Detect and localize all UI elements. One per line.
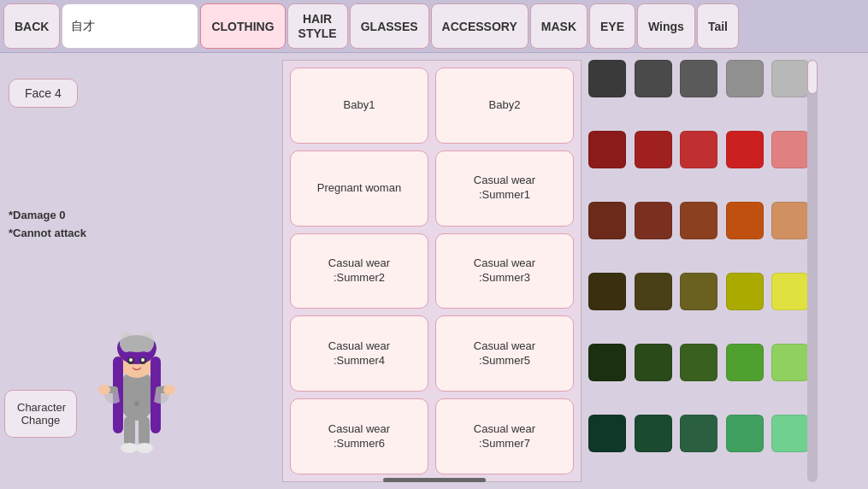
svg-point-9 — [120, 335, 154, 352]
clothing-panel: Baby1 Baby2 Pregnant woman Casual wear:S… — [282, 60, 582, 482]
svg-point-16 — [121, 443, 138, 453]
color-swatch-0[interactable] — [588, 60, 626, 97]
color-swatch-16[interactable] — [635, 273, 672, 310]
color-swatch-8[interactable] — [726, 131, 764, 168]
svg-point-17 — [136, 443, 153, 453]
tab-hairstyle[interactable]: HAIRSTYLE — [287, 3, 348, 49]
top-bar: BACK CLOTHING HAIRSTYLE GLASSES ACCESSOR… — [0, 0, 868, 53]
character-svg — [86, 301, 188, 472]
color-swatch-6[interactable] — [635, 131, 672, 168]
tab-accessory[interactable]: ACCESSORY — [431, 3, 528, 49]
color-swatch-4[interactable] — [771, 60, 809, 97]
color-swatch-18[interactable] — [726, 273, 764, 310]
color-swatch-5[interactable] — [588, 131, 626, 168]
color-swatch-1[interactable] — [635, 60, 672, 97]
color-swatch-20[interactable] — [588, 344, 626, 381]
scrollbar-track[interactable] — [807, 60, 818, 482]
clothing-item-summer7[interactable]: Casual wear:Summer7 — [435, 398, 574, 474]
clothing-item-baby1[interactable]: Baby1 — [290, 68, 428, 144]
tab-glasses[interactable]: GLASSES — [350, 3, 429, 49]
color-swatch-10[interactable] — [588, 202, 626, 239]
color-swatch-3[interactable] — [726, 60, 764, 97]
damage-line1: *Damage 0 — [9, 207, 86, 225]
color-swatch-12[interactable] — [680, 202, 717, 239]
color-swatch-29[interactable] — [771, 415, 809, 452]
clothing-item-pregnant[interactable]: Pregnant woman — [290, 150, 428, 227]
color-swatch-13[interactable] — [726, 202, 764, 239]
color-swatch-14[interactable] — [771, 202, 809, 239]
character-change-button[interactable]: Character Change — [4, 390, 77, 438]
svg-rect-14 — [124, 416, 135, 446]
tab-mask[interactable]: MASK — [530, 3, 588, 49]
tab-tail[interactable]: Tail — [697, 3, 739, 49]
clothing-item-summer2[interactable]: Casual wear:Summer2 — [290, 233, 428, 309]
svg-point-22 — [134, 401, 139, 406]
left-panel: Face 4 *Damage 0 *Cannot attack — [0, 53, 282, 489]
clothing-item-summer6[interactable]: Casual wear:Summer6 — [290, 398, 428, 474]
color-swatch-2[interactable] — [680, 60, 717, 97]
tab-eye[interactable]: EYE — [589, 3, 635, 49]
clothing-item-summer5[interactable]: Casual wear:Summer5 — [435, 315, 574, 392]
color-swatch-19[interactable] — [771, 273, 809, 310]
tab-wings[interactable]: Wings — [637, 3, 695, 49]
clothing-item-baby2[interactable]: Baby2 — [435, 68, 574, 144]
color-swatch-9[interactable] — [771, 131, 809, 168]
color-swatch-28[interactable] — [726, 415, 764, 452]
color-swatch-24[interactable] — [771, 344, 809, 381]
color-swatch-23[interactable] — [726, 344, 764, 381]
color-swatch-17[interactable] — [680, 273, 717, 310]
name-input[interactable] — [62, 3, 198, 49]
color-swatch-27[interactable] — [680, 415, 717, 452]
color-swatch-26[interactable] — [635, 415, 672, 452]
damage-info: *Damage 0 *Cannot attack — [9, 207, 86, 243]
scrollbar-thumb[interactable] — [807, 60, 818, 94]
scroll-indicator — [383, 478, 486, 482]
svg-point-21 — [163, 385, 175, 395]
palette-grid — [588, 60, 814, 482]
color-swatch-15[interactable] — [588, 273, 626, 310]
back-button[interactable]: BACK — [3, 3, 60, 49]
clothing-item-summer3[interactable]: Casual wear:Summer3 — [435, 233, 574, 309]
clothing-item-summer1[interactable]: Casual wear:Summer1 — [435, 150, 574, 227]
svg-point-20 — [98, 385, 110, 395]
main-area: Face 4 *Damage 0 *Cannot attack — [0, 53, 868, 489]
color-swatch-7[interactable] — [680, 131, 717, 168]
face-button[interactable]: Face 4 — [9, 79, 78, 108]
tab-clothing[interactable]: CLOTHING — [200, 3, 285, 49]
svg-rect-15 — [139, 416, 150, 446]
color-swatch-22[interactable] — [680, 344, 717, 381]
color-swatch-21[interactable] — [635, 344, 672, 381]
damage-line2: *Cannot attack — [9, 225, 86, 243]
clothing-item-summer4[interactable]: Casual wear:Summer4 — [290, 315, 428, 392]
character-display — [86, 301, 188, 472]
svg-point-13 — [141, 358, 145, 362]
svg-point-12 — [129, 358, 133, 362]
color-palette — [582, 53, 821, 489]
color-swatch-11[interactable] — [635, 202, 672, 239]
color-swatch-25[interactable] — [588, 415, 626, 452]
